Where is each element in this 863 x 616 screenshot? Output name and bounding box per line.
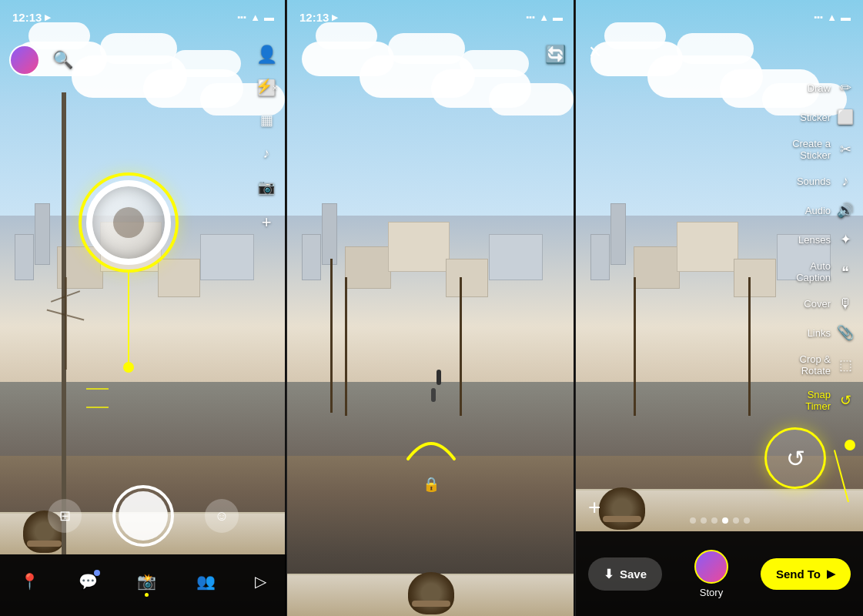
emoji-button[interactable]: ☺ bbox=[205, 499, 239, 533]
status-time-1: 12:13 ▶ bbox=[12, 11, 51, 24]
search-icon[interactable]: 🔍 bbox=[52, 50, 73, 70]
scissors-icon: ✂ bbox=[837, 141, 854, 158]
add-friend-icon[interactable]: 👤 bbox=[256, 45, 277, 65]
tools-panel: Draw ✏ Sticker ⬜ Create a Sticker ✂ Soun… bbox=[771, 73, 863, 418]
sticker-tool[interactable]: Sticker ⬜ bbox=[771, 102, 863, 132]
nav-camera[interactable]: 📸 bbox=[137, 572, 156, 591]
lock-icon: 🔒 bbox=[423, 476, 440, 493]
camera-screen: 12:13 ▶ ▪▪▪ ▲ ▬ 🔍 👤 ⬜ ⚡× ▦ ♪ 📷 + bbox=[0, 0, 287, 616]
bottom-nav-1: 📍 💬 📸 👥 ▷ bbox=[0, 554, 286, 616]
top-controls-1: 🔍 👤 ⬜ bbox=[0, 38, 286, 103]
status-icons-2: ▪▪▪ ▲ ▬ bbox=[526, 12, 563, 23]
battery-icon-3: ▬ bbox=[841, 12, 851, 23]
mic-icon: 🎙 bbox=[837, 296, 854, 312]
sounds-tool[interactable]: Sounds ♪ bbox=[771, 167, 863, 196]
lenses-icon: ✦ bbox=[837, 231, 854, 248]
signal-icon-1: ▪▪▪ bbox=[237, 12, 246, 22]
dot-2 bbox=[701, 517, 707, 524]
send-to-label: Send To bbox=[776, 567, 821, 581]
save-label: Save bbox=[620, 567, 647, 581]
auto-caption-tool[interactable]: Auto Caption ❝ bbox=[771, 254, 863, 290]
screen-flip-icon-2[interactable]: 🔄 bbox=[545, 45, 566, 65]
signal-icon-2: ▪▪▪ bbox=[526, 12, 535, 22]
save-button[interactable]: ⬇ Save bbox=[588, 557, 662, 591]
battery-icon-1: ▬ bbox=[264, 12, 274, 23]
wifi-icon-1: ▲ bbox=[250, 12, 260, 23]
cover-tool[interactable]: Cover 🎙 bbox=[771, 290, 863, 318]
crop-icon: ⬚ bbox=[837, 357, 854, 373]
nav-spotlight[interactable]: ▷ bbox=[255, 572, 266, 591]
preview-bg bbox=[287, 0, 575, 616]
top-controls-2: 🔄 bbox=[287, 38, 575, 71]
status-bar-3: ▪▪▪ ▲ ▬ bbox=[576, 0, 863, 34]
add-icon[interactable]: + bbox=[262, 213, 272, 233]
snap-timer-label: Snap Timer bbox=[780, 389, 831, 412]
audio-label: Audio bbox=[805, 205, 831, 216]
sticker-label: Sticker bbox=[800, 112, 831, 123]
create-sticker-tool[interactable]: Create a Sticker ✂ bbox=[771, 132, 863, 167]
dot-4-active bbox=[722, 517, 728, 524]
dot-3 bbox=[711, 517, 717, 524]
filter-icon[interactable]: ▦ bbox=[260, 112, 273, 129]
draw-icon: ✏ bbox=[837, 79, 854, 96]
caption-icon: ❝ bbox=[837, 263, 854, 280]
zoom-line bbox=[128, 273, 129, 365]
links-tool[interactable]: Links 📎 bbox=[771, 318, 863, 347]
camera-side-icons: ⚡× ▦ ♪ 📷 + bbox=[256, 77, 277, 233]
top-left-group: 🔍 bbox=[9, 45, 73, 75]
zoom-inner bbox=[86, 180, 171, 265]
draw-tool[interactable]: Draw ✏ bbox=[771, 73, 863, 102]
preview-screen: 12:13 ▶ ▪▪▪ ▲ ▬ 🔄 🔒 bbox=[287, 0, 576, 616]
draw-label: Draw bbox=[808, 82, 831, 94]
status-icons-3: ▪▪▪ ▲ ▬ bbox=[814, 12, 851, 23]
wifi-icon-2: ▲ bbox=[539, 12, 549, 23]
status-icons-1: ▪▪▪ ▲ ▬ bbox=[237, 12, 274, 23]
location-arrow-icon: ▶ bbox=[45, 13, 51, 22]
snap-timer-connector-dot bbox=[845, 440, 855, 450]
snap-timer-circle: ↺ bbox=[764, 427, 826, 489]
create-sticker-label: Create a Sticker bbox=[780, 138, 831, 161]
shutter-button[interactable] bbox=[112, 485, 174, 547]
gallery-button[interactable]: ⊞ bbox=[48, 499, 82, 533]
send-to-arrow-icon: ▶ bbox=[827, 567, 835, 580]
dot-5 bbox=[733, 517, 739, 524]
dot-6 bbox=[744, 517, 750, 524]
zoom-dot bbox=[123, 362, 134, 373]
edit-screen: ▪▪▪ ▲ ▬ ✕ Draw ✏ Sticker ⬜ Create a Stic… bbox=[576, 0, 863, 616]
crop-rotate-label: Crop & Rotate bbox=[780, 353, 831, 377]
close-button[interactable]: ✕ bbox=[588, 42, 602, 62]
sounds-icon: ♪ bbox=[837, 173, 854, 189]
link-icon: 📎 bbox=[837, 324, 854, 341]
audio-tool[interactable]: Audio 🔊 bbox=[771, 196, 863, 225]
nav-chat[interactable]: 💬 bbox=[79, 572, 98, 591]
signal-icon-3: ▪▪▪ bbox=[814, 12, 823, 22]
nav-friends[interactable]: 👥 bbox=[196, 572, 216, 591]
screen-divider-2 bbox=[574, 0, 575, 616]
bottom-panel: ⬇ Save Story Send To ▶ bbox=[576, 531, 863, 616]
camera-flip-icon[interactable]: 📷 bbox=[258, 179, 275, 196]
music-icon[interactable]: ♪ bbox=[263, 146, 270, 162]
crop-rotate-tool[interactable]: Crop & Rotate ⬚ bbox=[771, 347, 863, 383]
lenses-tool[interactable]: Lenses ✦ bbox=[771, 225, 863, 254]
send-to-button[interactable]: Send To ▶ bbox=[761, 558, 851, 590]
dot-1 bbox=[690, 517, 696, 524]
zoom-indicator bbox=[79, 172, 179, 273]
audio-icon: 🔊 bbox=[837, 202, 854, 219]
lenses-label: Lenses bbox=[798, 234, 831, 246]
yellow-arc-indicator bbox=[400, 424, 462, 466]
shutter-area: ⊞ ☺ bbox=[0, 485, 286, 547]
dots-indicator bbox=[690, 517, 750, 524]
story-label: Story bbox=[700, 587, 723, 598]
story-button[interactable]: Story bbox=[694, 550, 728, 598]
avatar[interactable] bbox=[9, 45, 40, 75]
location-arrow-icon-2: ▶ bbox=[332, 13, 338, 22]
cover-label: Cover bbox=[804, 298, 831, 310]
nav-map[interactable]: 📍 bbox=[20, 572, 39, 591]
snap-timer-tool[interactable]: Snap Timer ↺ bbox=[771, 383, 863, 418]
links-label: Links bbox=[808, 327, 831, 339]
status-bar-1: 12:13 ▶ ▪▪▪ ▲ ▬ bbox=[0, 0, 286, 34]
flash-icon[interactable]: ⚡× bbox=[256, 77, 277, 95]
plus-button[interactable]: + bbox=[588, 495, 600, 520]
story-avatar bbox=[694, 550, 728, 584]
auto-caption-label: Auto Caption bbox=[780, 260, 831, 283]
